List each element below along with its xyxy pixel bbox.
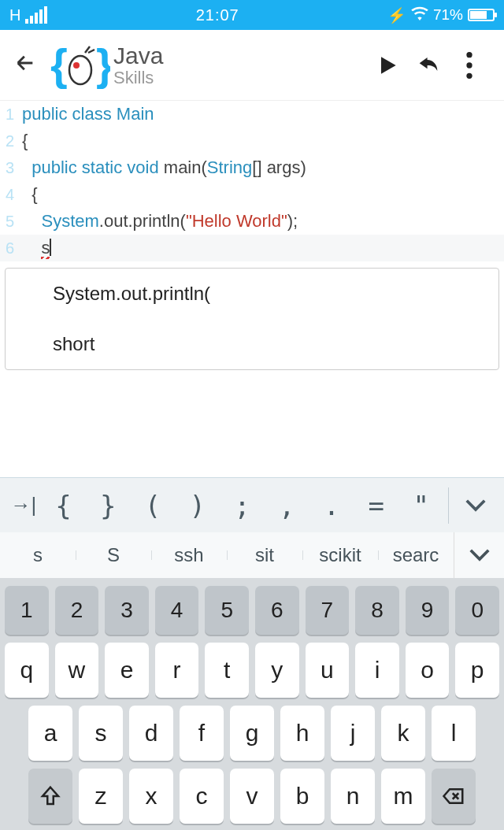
symbol-key[interactable]: , [265,490,309,521]
key-7[interactable]: 7 [306,586,350,635]
symbol-key[interactable]: = [354,490,398,521]
svg-point-6 [466,72,472,78]
key-b[interactable]: b [280,769,324,824]
backspace-key[interactable] [432,769,476,824]
code-source[interactable]: public static void main(String[] args) [17,154,504,181]
key-o[interactable]: o [406,643,450,698]
key-i[interactable]: i [355,643,399,698]
key-e[interactable]: e [105,643,149,698]
key-k[interactable]: k [381,706,425,761]
code-source[interactable]: System.out.println("Hello World"); [17,208,504,235]
key-t[interactable]: t [205,643,249,698]
status-bar: H 21:07 ⚡ 71% [0,0,504,30]
tab-key[interactable]: →| [6,493,41,517]
page-title: Java [113,43,163,69]
key-2[interactable]: 2 [55,586,99,635]
battery-icon [468,9,495,21]
keyboard-area: →| {}();,.=" sSsshsitscikitsearc 1234567… [0,477,504,830]
signal-icon [25,6,47,24]
suggestion-item[interactable]: searc [378,544,454,566]
line-number: 3 [0,154,17,181]
code-line[interactable]: 4 { [0,181,504,208]
app-bar: { } Java Skills [0,30,504,101]
symbol-collapse-button[interactable] [454,497,498,514]
key-d[interactable]: d [129,706,173,761]
code-source[interactable]: s [17,235,504,261]
suggestion-item[interactable]: s [0,544,76,566]
key-0[interactable]: 0 [455,586,499,635]
divider [448,487,449,524]
key-r[interactable]: r [155,643,199,698]
keyboard: 1234567890 qwertyuiop asdfghjkl zxcvbnm [0,578,504,830]
symbol-key[interactable]: } [86,490,131,521]
back-button[interactable] [14,50,36,80]
key-s[interactable]: s [79,706,123,761]
symbol-key[interactable]: ) [175,490,220,521]
key-y[interactable]: y [255,643,299,698]
code-source[interactable]: { [17,128,504,154]
line-number: 5 [0,208,17,235]
key-4[interactable]: 4 [155,586,199,635]
battery-pct: 71% [433,6,463,24]
key-3[interactable]: 3 [105,586,149,635]
key-n[interactable]: n [331,769,375,824]
java-logo-icon: { } [50,37,110,94]
autocomplete-item[interactable]: System.out.println( [6,269,498,319]
symbol-key[interactable]: ( [131,490,176,521]
key-1[interactable]: 1 [5,586,49,635]
undo-button[interactable] [408,52,449,79]
line-number: 4 [0,181,17,208]
key-c[interactable]: c [180,769,224,824]
run-button[interactable] [367,53,408,78]
code-line[interactable]: 6 s [0,235,504,261]
autocomplete-item[interactable]: short [6,319,498,369]
key-a[interactable]: a [28,706,72,761]
key-z[interactable]: z [79,769,123,824]
carrier-label: H [9,6,20,24]
key-j[interactable]: j [331,706,375,761]
key-v[interactable]: v [230,769,274,824]
svg-text:}: } [96,39,110,89]
key-h[interactable]: h [280,706,324,761]
shift-key[interactable] [28,769,72,824]
overflow-menu-button[interactable] [449,52,490,79]
key-x[interactable]: x [129,769,173,824]
status-time: 21:07 [47,6,387,24]
key-6[interactable]: 6 [255,586,299,635]
suggestion-item[interactable]: sit [227,544,302,566]
page-subtitle: Skills [113,68,163,88]
suggestion-item[interactable]: S [76,544,151,566]
key-l[interactable]: l [432,706,476,761]
key-9[interactable]: 9 [406,586,450,635]
symbol-key[interactable]: " [398,490,443,521]
code-line[interactable]: 2{ [0,128,504,154]
key-m[interactable]: m [381,769,425,824]
code-source[interactable]: public class Main [17,101,504,128]
key-8[interactable]: 8 [355,586,399,635]
key-q[interactable]: q [5,643,49,698]
wifi-icon [411,6,428,24]
code-line[interactable]: 5 System.out.println("Hello World"); [0,208,504,235]
suggestion-item[interactable]: scikit [302,544,378,566]
key-g[interactable]: g [230,706,274,761]
code-line[interactable]: 3 public static void main(String[] args) [0,154,504,181]
symbol-key[interactable]: { [41,490,86,521]
key-u[interactable]: u [306,643,350,698]
code-line[interactable]: 1public class Main [0,101,504,128]
symbol-key[interactable]: . [309,490,354,521]
svg-point-5 [466,62,472,68]
key-5[interactable]: 5 [205,586,249,635]
line-number: 2 [0,128,17,154]
code-editor[interactable]: 1public class Main2{3 public static void… [0,101,504,261]
autocomplete-popup: System.out.println(short [5,268,499,370]
key-w[interactable]: w [55,643,99,698]
key-p[interactable]: p [455,643,499,698]
line-number: 6 [0,235,17,261]
suggestion-collapse-button[interactable] [454,532,504,578]
symbol-key[interactable]: ; [220,490,265,521]
key-f[interactable]: f [180,706,224,761]
suggestion-item[interactable]: ssh [151,544,227,566]
svg-point-4 [466,52,472,57]
symbol-row: →| {}();,.=" [0,477,504,532]
code-source[interactable]: { [17,181,504,208]
